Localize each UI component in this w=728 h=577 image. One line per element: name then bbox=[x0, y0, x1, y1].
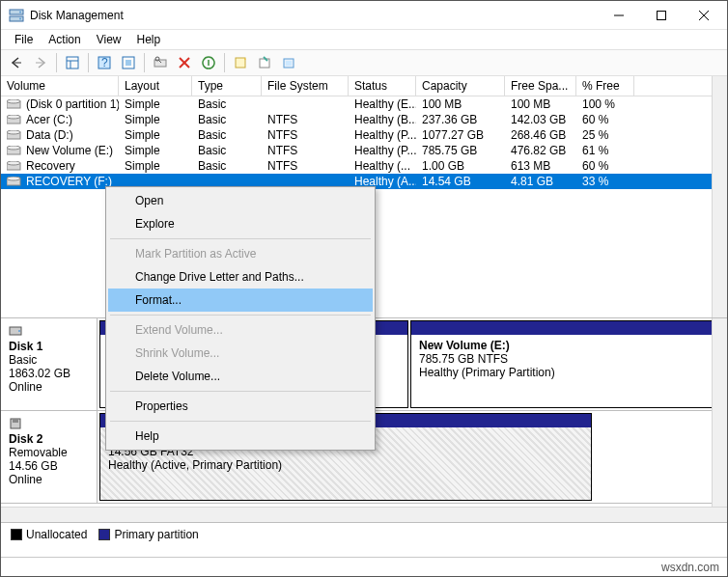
table-row[interactable]: (Disk 0 partition 1)SimpleBasicHealthy (… bbox=[1, 96, 727, 112]
menu-item-extend-volume: Extend Volume... bbox=[108, 318, 373, 342]
back-button[interactable] bbox=[6, 52, 27, 73]
col-type[interactable]: Type bbox=[192, 76, 262, 96]
cell-free: 142.03 GB bbox=[505, 112, 576, 127]
menu-file[interactable]: File bbox=[7, 31, 41, 48]
disk1-type: Basic bbox=[9, 353, 37, 367]
svg-point-3 bbox=[19, 17, 21, 19]
table-row[interactable]: New Volume (E:)SimpleBasicNTFSHealthy (P… bbox=[1, 143, 727, 158]
col-status[interactable]: Status bbox=[349, 76, 416, 96]
attach-button[interactable] bbox=[254, 52, 275, 73]
cell-status: Healthy (B... bbox=[349, 112, 416, 127]
status-text: wsxdn.com bbox=[661, 561, 719, 574]
svg-point-27 bbox=[7, 115, 20, 119]
cell-layout: Simple bbox=[119, 158, 192, 174]
detach-button[interactable] bbox=[278, 52, 299, 73]
cell-capacity: 1.00 GB bbox=[416, 158, 505, 174]
cell-layout: Simple bbox=[119, 127, 192, 143]
svg-point-25 bbox=[7, 99, 20, 103]
disk2-size: 14.56 GB bbox=[9, 459, 58, 473]
menu-item-shrink-volume: Shrink Volume... bbox=[108, 342, 373, 365]
cell-layout: Simple bbox=[119, 96, 192, 112]
new-button[interactable] bbox=[230, 52, 251, 73]
col-volume[interactable]: Volume bbox=[1, 76, 119, 96]
disk2-type: Removable bbox=[9, 446, 68, 459]
cell-volume: (Disk 0 partition 1) bbox=[26, 97, 119, 111]
cell-pct: 33 % bbox=[576, 174, 634, 189]
cell-type: Basic bbox=[192, 143, 262, 158]
close-button[interactable] bbox=[683, 1, 725, 29]
col-layout[interactable]: Layout bbox=[119, 76, 192, 96]
col-capacity[interactable]: Capacity bbox=[416, 76, 505, 96]
table-header: Volume Layout Type File System Status Ca… bbox=[1, 76, 727, 96]
delete-button[interactable] bbox=[174, 52, 195, 73]
svg-point-35 bbox=[7, 177, 20, 180]
cell-free: 268.46 GB bbox=[505, 127, 576, 143]
cell-free: 4.81 GB bbox=[505, 174, 576, 189]
svg-rect-5 bbox=[658, 11, 666, 19]
menu-action[interactable]: Action bbox=[41, 31, 88, 48]
svg-text:?: ? bbox=[101, 56, 108, 69]
menu-view[interactable]: View bbox=[89, 31, 129, 48]
menu-item-explore[interactable]: Explore bbox=[108, 212, 373, 235]
app-icon bbox=[9, 8, 24, 23]
cell-capacity: 100 MB bbox=[416, 96, 505, 112]
context-menu: OpenExploreMark Partition as ActiveChang… bbox=[105, 186, 376, 451]
menu-item-open[interactable]: Open bbox=[108, 189, 373, 212]
volume-icon bbox=[7, 146, 22, 155]
legend-swatch-primary bbox=[98, 529, 110, 540]
disk2-info[interactable]: Disk 2 Removable 14.56 GB Online bbox=[1, 411, 98, 503]
cell-status: Healthy (E... bbox=[349, 96, 416, 112]
volume-icon bbox=[7, 161, 22, 171]
table-row[interactable]: Data (D:)SimpleBasicNTFSHealthy (P...107… bbox=[1, 127, 727, 143]
disk1-vol-e[interactable]: New Volume (E:) 785.75 GB NTFS Healthy (… bbox=[410, 320, 725, 408]
cell-fs bbox=[262, 96, 349, 112]
menu-bar: File Action View Help bbox=[1, 30, 727, 49]
table-row[interactable]: Acer (C:)SimpleBasicNTFSHealthy (B...237… bbox=[1, 112, 727, 127]
menu-item-help[interactable]: Help bbox=[108, 425, 373, 448]
cell-type: Basic bbox=[192, 127, 262, 143]
cell-free: 613 MB bbox=[505, 158, 576, 174]
view-button[interactable] bbox=[62, 52, 83, 73]
menu-separator bbox=[110, 315, 371, 316]
forward-button[interactable] bbox=[30, 52, 51, 73]
cell-pct: 25 % bbox=[576, 127, 634, 143]
refresh-button[interactable] bbox=[118, 52, 139, 73]
volume-icon bbox=[7, 130, 22, 140]
col-pct[interactable]: % Free bbox=[576, 76, 634, 96]
toolbar: ? bbox=[1, 49, 727, 76]
diskmap-scrollbar[interactable] bbox=[712, 318, 727, 507]
table-row[interactable]: RecoverySimpleBasicNTFSHealthy (...1.00 … bbox=[1, 158, 727, 174]
svg-point-29 bbox=[7, 130, 20, 134]
cell-capacity: 14.54 GB bbox=[416, 174, 505, 189]
window-title: Disk Management bbox=[30, 9, 598, 22]
maximize-button[interactable] bbox=[640, 1, 683, 29]
disk2-title: Disk 2 bbox=[9, 432, 42, 446]
legend-primary: Primary partition bbox=[114, 528, 198, 541]
menu-help[interactable]: Help bbox=[129, 31, 169, 48]
svg-rect-20 bbox=[236, 58, 245, 68]
cell-fs: NTFS bbox=[262, 143, 349, 158]
help-button[interactable]: ? bbox=[94, 52, 115, 73]
disk1-info[interactable]: Disk 1 Basic 1863.02 GB Online bbox=[1, 318, 98, 410]
minimize-button[interactable] bbox=[598, 1, 640, 29]
legend-swatch-unallocated bbox=[11, 529, 22, 540]
cell-type: Basic bbox=[192, 112, 262, 127]
menu-separator bbox=[110, 238, 371, 239]
menu-item-format[interactable]: Format... bbox=[108, 288, 373, 312]
rescan-button[interactable] bbox=[150, 52, 171, 73]
menu-item-properties[interactable]: Properties bbox=[108, 395, 373, 418]
menu-item-change-drive-letter-and-paths[interactable]: Change Drive Letter and Paths... bbox=[108, 265, 373, 288]
horizontal-scrollbar[interactable] bbox=[1, 507, 727, 522]
title-bar: Disk Management bbox=[1, 1, 727, 30]
disk1-title: Disk 1 bbox=[9, 340, 42, 353]
volume-icon bbox=[7, 177, 22, 186]
col-fs[interactable]: File System bbox=[262, 76, 349, 96]
cell-volume: New Volume (E:) bbox=[26, 144, 113, 157]
properties-button[interactable] bbox=[198, 52, 219, 73]
cell-pct: 61 % bbox=[576, 143, 634, 158]
col-free[interactable]: Free Spa... bbox=[505, 76, 576, 96]
svg-rect-39 bbox=[13, 419, 18, 423]
menu-item-delete-volume[interactable]: Delete Volume... bbox=[108, 365, 373, 388]
vertical-scrollbar[interactable] bbox=[712, 76, 727, 317]
disk2-status: Online bbox=[9, 473, 42, 486]
